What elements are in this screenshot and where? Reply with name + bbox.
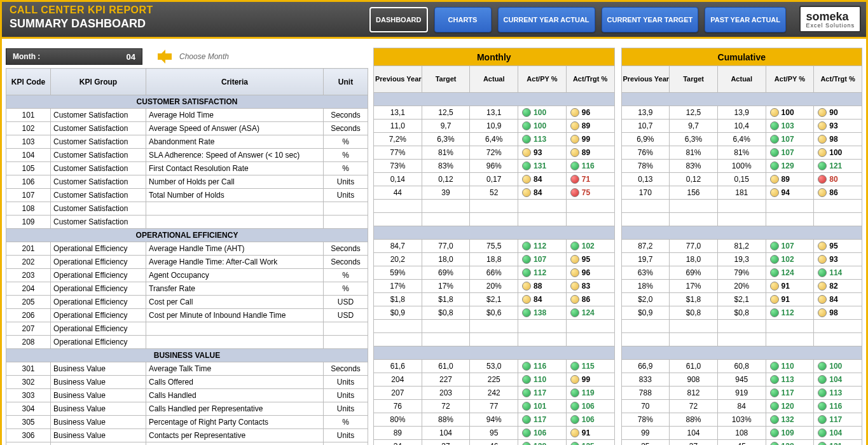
tab-current-year-target[interactable]: CURRENT YEAR TARGET xyxy=(602,7,699,32)
col-unit: Unit xyxy=(324,69,368,95)
cell-target: 12,5 xyxy=(422,106,470,120)
cell-unit: Seconds xyxy=(324,109,368,122)
cell-group: Operational Efficiency xyxy=(51,282,146,296)
pct-value: 89 xyxy=(782,175,790,184)
pct-value: 114 xyxy=(829,268,842,277)
cell-actual: $0,6 xyxy=(470,306,518,320)
pct-value: 102 xyxy=(582,242,595,250)
cell-actual: 919 xyxy=(717,387,766,400)
cell-actual: 46 xyxy=(470,440,518,446)
cell-py: 87,2 xyxy=(621,240,670,253)
pct-value: 90 xyxy=(829,108,837,117)
table-row: 76%81%81%107100 xyxy=(621,146,862,160)
cell-py: 34 xyxy=(374,440,422,446)
status-dot-icon xyxy=(570,242,579,250)
logo-brand: someka xyxy=(806,10,848,23)
month-selector[interactable]: Month : 04 xyxy=(6,48,142,65)
cell-code: 203 xyxy=(6,269,51,282)
status-dot-icon xyxy=(770,295,779,304)
month-hint: Choose Month xyxy=(179,52,229,61)
cumulative-panel: Cumulative Previous Year Target Actual A… xyxy=(621,48,863,445)
pct-value: 99 xyxy=(582,135,590,144)
table-row: 767277101106 xyxy=(374,400,615,413)
status-dot-icon xyxy=(522,188,531,197)
col-acttrg: Act/Trgt % xyxy=(814,66,862,93)
cell-target: 227 xyxy=(422,373,470,387)
tab-charts[interactable]: CHARTS xyxy=(434,7,492,32)
status-dot-icon xyxy=(818,375,827,384)
cell-actual: 19,3 xyxy=(717,253,766,266)
cell-group: Operational Efficiency xyxy=(51,296,146,309)
tab-past-year-actual[interactable]: PAST YEAR ACTUAL xyxy=(705,7,786,32)
status-dot-icon xyxy=(570,402,579,411)
cell-unit: Units xyxy=(324,389,368,402)
cell-unit: % xyxy=(324,162,368,175)
cell-code: 106 xyxy=(6,175,51,189)
status-dot-icon xyxy=(570,268,579,277)
cell-group: Business Value xyxy=(51,402,146,416)
table-row: 353745128121 xyxy=(621,440,862,446)
pct-value: 95 xyxy=(829,242,837,250)
cell-group: Business Value xyxy=(51,442,146,446)
col-target: Target xyxy=(422,66,470,93)
cell-target: $0,8 xyxy=(422,306,470,320)
cell-actual: 60,8 xyxy=(717,360,766,373)
cell-actual: 181 xyxy=(717,186,766,200)
status-dot-icon xyxy=(570,135,579,144)
pct-value: 115 xyxy=(582,362,595,371)
cell-target: $0,8 xyxy=(670,306,718,320)
cell-actual: 72% xyxy=(470,146,518,160)
col-actpy: Act/PY % xyxy=(766,66,814,93)
tab-dashboard[interactable]: DASHBOARD xyxy=(369,7,428,32)
table-row: 7,2%6,3%6,4%11399 xyxy=(374,133,615,146)
cell-target: 18,0 xyxy=(670,253,718,266)
cell-target: 77,0 xyxy=(670,240,718,253)
cell-py: 63% xyxy=(621,266,670,280)
cell-criteria: Average Speed of Answer (ASA) xyxy=(146,122,324,135)
status-dot-icon xyxy=(818,428,827,437)
table-row: $2,0$1,8$2,19184 xyxy=(621,293,862,306)
pct-value: 113 xyxy=(782,375,794,384)
cell-criteria: Average Handle Time (AHT) xyxy=(146,242,324,256)
pct-value: 84 xyxy=(534,188,542,197)
cell-py: 59% xyxy=(374,266,422,280)
cell-target: 72 xyxy=(670,400,718,413)
pct-value: 101 xyxy=(534,402,546,411)
table-row: 73%83%96%131116 xyxy=(374,160,615,173)
month-label: Month : xyxy=(13,52,40,61)
status-dot-icon xyxy=(818,242,827,250)
cell-unit: Seconds xyxy=(324,242,368,256)
group-row: CUSTOMER SATISFACTION xyxy=(6,95,368,109)
pct-value: 80 xyxy=(829,175,837,184)
cell-py: 788 xyxy=(621,387,670,400)
status-dot-icon xyxy=(818,415,827,424)
pct-value: 71 xyxy=(582,175,590,184)
cell-criteria: Number of Holds per Call xyxy=(146,175,324,189)
pct-value: 100 xyxy=(534,121,546,130)
cell-target: 37 xyxy=(422,440,470,446)
status-dot-icon xyxy=(570,308,579,317)
pct-value: 109 xyxy=(782,428,794,437)
cell-py: 6,9% xyxy=(621,133,670,146)
cell-target: 61,0 xyxy=(422,360,470,373)
cell-unit: Units xyxy=(324,189,368,202)
cell-criteria: First Contact Resolution Rate xyxy=(146,162,324,175)
status-dot-icon xyxy=(570,188,579,197)
cell-criteria: Calls Handled per Representative xyxy=(146,402,324,416)
cell-criteria: Total Number of Holds xyxy=(146,189,324,202)
cell-target: 9,7 xyxy=(670,120,718,133)
status-dot-icon xyxy=(522,161,531,170)
status-dot-icon xyxy=(818,135,827,144)
table-row: 10,79,710,410393 xyxy=(621,120,862,133)
pct-value: 102 xyxy=(782,255,794,264)
cell-group: Operational Efficiency xyxy=(51,242,146,256)
status-dot-icon xyxy=(570,415,579,424)
cell-unit: % xyxy=(324,149,368,162)
cell-code: 301 xyxy=(6,362,51,376)
tab-current-year-actual[interactable]: CURRENT YEAR ACTUAL xyxy=(498,7,595,32)
status-dot-icon xyxy=(570,282,579,291)
status-dot-icon xyxy=(522,268,531,277)
table-row: 302Business ValueCalls OfferedUnits xyxy=(6,376,368,389)
table-row: 202Operational EfficiencyAverage Handle … xyxy=(6,256,368,269)
table-row: 77%81%72%9389 xyxy=(374,146,615,160)
